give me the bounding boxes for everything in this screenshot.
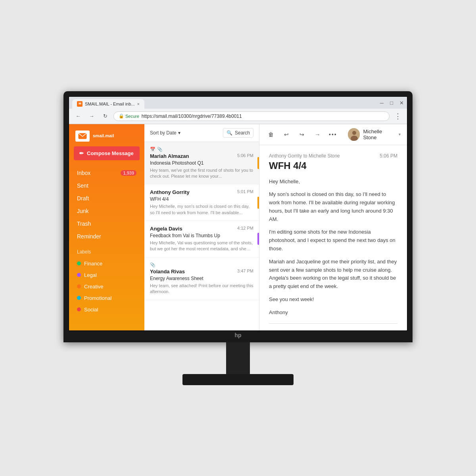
logo-area: smail.mail: [69, 124, 144, 146]
email-subject-1: WFH 4/4: [150, 196, 253, 202]
user-avatar: [348, 128, 360, 141]
nav-label-reminder: Reminder: [77, 233, 101, 240]
email-preview-3: Hey team, see attached! Print before our…: [150, 283, 253, 295]
reply-body: Hey Anthony, Family first! Make sure you…: [283, 330, 397, 330]
email-item-0[interactable]: 📅 📎 Mariah Almazan 5:06 PM Indonesia Pho…: [144, 142, 259, 185]
email-item-1[interactable]: Anthony Gorrity 5:01 PM WFH 4/4 Hey Mich…: [144, 184, 259, 221]
finance-label: Finance: [84, 261, 102, 267]
reply-area: A 📎 Hey Anthony, Family first! Make sure…: [269, 330, 397, 330]
nav-items: Inbox 1,939 Sent Draft Junk: [69, 167, 144, 243]
search-button[interactable]: 🔍 Search: [223, 128, 253, 138]
compose-button[interactable]: ✏ Compose Message: [74, 146, 140, 160]
forward-button[interactable]: →: [312, 129, 323, 140]
email-header-2: Angela Davis 4:12 PM: [150, 226, 253, 232]
tab-favicon: ✉: [77, 101, 83, 107]
secure-badge: 🔒 Secure: [119, 113, 139, 119]
nav-item-draft[interactable]: Draft: [74, 192, 140, 205]
nav-item-inbox[interactable]: Inbox 1,939: [74, 167, 140, 179]
label-finance[interactable]: Finance: [74, 258, 140, 269]
nav-label-draft: Draft: [77, 195, 89, 202]
body-p4: See you next week!: [269, 296, 397, 304]
sidebar: smail.mail ✏ Compose Message Inbox 1,939: [69, 124, 144, 330]
logo-icon: [75, 131, 90, 142]
sort-button[interactable]: Sort by Date ▾: [150, 130, 180, 136]
email-subject-0: Indonesia Photoshoot Q1: [150, 160, 253, 166]
labels-section: Labels Finance Legal Creative: [69, 243, 144, 315]
browser-tabs: ✉ SMAIL.MAIL - Email inb... × ─ □ ✕: [69, 97, 407, 109]
tab-title: SMAIL.MAIL - Email inb...: [85, 102, 135, 106]
forward-button[interactable]: →: [86, 111, 97, 121]
email-subject-3: Energy Awareness Sheet: [150, 276, 253, 281]
email-item-2[interactable]: Angela Davis 4:12 PM Feedback from Val i…: [144, 221, 259, 257]
body-p1: My son's school is closed on this day, s…: [269, 190, 397, 223]
browser-controls: ← → ↻ 🔒 Secure https://smail.mail/10300/…: [69, 109, 407, 124]
nav-item-junk[interactable]: Junk: [74, 205, 140, 217]
attachment-icon-2: 📎: [150, 262, 155, 267]
refresh-button[interactable]: ↻: [100, 111, 110, 121]
label-creative[interactable]: Creative: [74, 281, 140, 292]
email-time-2: 4:12 PM: [237, 226, 253, 230]
url-display: https://smail.mail/10300/nrgdrive/77389.…: [142, 113, 242, 119]
promotional-dot: [77, 296, 81, 300]
email-time-0: 5:06 PM: [237, 153, 253, 158]
reply-icons: A 📎: [269, 330, 278, 330]
nav-item-reminder[interactable]: Reminder: [74, 230, 140, 243]
close-window-button[interactable]: ✕: [399, 100, 404, 106]
email-time-3: 3:47 PM: [237, 269, 253, 273]
body-p0: Hey Michelle,: [269, 178, 397, 186]
maximize-button[interactable]: □: [390, 100, 393, 106]
social-dot: [77, 307, 81, 311]
label-promotional[interactable]: Promotional: [74, 292, 140, 304]
sort-chevron-icon: ▾: [178, 130, 180, 136]
email-list-panel: Sort by Date ▾ 🔍 Search 📅 📎: [144, 124, 259, 330]
nav-item-trash[interactable]: Trash: [74, 217, 140, 230]
user-name: Michelle Stone: [363, 129, 395, 140]
email-preview-2: Hey Michelle, Val was questioning some o…: [150, 240, 253, 252]
address-bar[interactable]: 🔒 Secure https://smail.mail/10300/nrgdri…: [113, 111, 390, 121]
email-list-header: Sort by Date ▾ 🔍 Search: [144, 124, 259, 142]
undo-button[interactable]: ↩: [281, 129, 292, 140]
monitor-stand-neck: [226, 342, 250, 374]
screen: ✉ SMAIL.MAIL - Email inb... × ─ □ ✕ ← → …: [68, 96, 408, 331]
browser-menu-button[interactable]: ⋮: [393, 112, 403, 121]
email-from: Anthony Gorrity to Michelle Stone: [269, 153, 340, 159]
email-meta: Anthony Gorrity to Michelle Stone 5:06 P…: [269, 153, 397, 159]
email-detail: 🗑 ↩ ↪ → •••: [259, 124, 407, 330]
label-social[interactable]: Social: [74, 304, 140, 315]
monitor-wrapper: ✉ SMAIL.MAIL - Email inb... × ─ □ ✕ ← → …: [60, 91, 416, 385]
email-detail-time: 5:06 PM: [380, 153, 397, 159]
monitor-body: ✉ SMAIL.MAIL - Email inb... × ─ □ ✕ ← → …: [63, 91, 413, 342]
email-accent-1: [257, 197, 259, 209]
email-accent-2: [257, 233, 259, 245]
legal-label: Legal: [84, 272, 97, 278]
email-header-3: Yolanda Rivas 3:47 PM: [150, 269, 253, 274]
delete-button[interactable]: 🗑: [266, 129, 276, 140]
more-button[interactable]: •••: [328, 129, 338, 140]
browser-tab[interactable]: ✉ SMAIL.MAIL - Email inb... ×: [72, 99, 144, 109]
text-format-icon[interactable]: A: [269, 330, 278, 330]
user-area[interactable]: Michelle Stone ▾: [348, 128, 401, 141]
tab-close-button[interactable]: ×: [137, 102, 140, 106]
undo2-button[interactable]: ↪: [297, 129, 307, 140]
creative-dot: [77, 284, 81, 288]
email-body: Hey Michelle, My son's school is closed …: [269, 178, 397, 317]
email-header-1: Anthony Gorrity 5:01 PM: [150, 189, 253, 195]
sort-label: Sort by Date: [150, 130, 177, 136]
labels-title: Labels: [74, 248, 140, 256]
email-time-1: 5:01 PM: [237, 189, 253, 194]
email-item-3[interactable]: 📎 Yolanda Rivas 3:47 PM Energy Awareness…: [144, 257, 259, 300]
calendar-icon: 📅: [150, 147, 155, 152]
email-title: WFH 4/4: [269, 160, 397, 171]
monitor-stand-base: [182, 374, 294, 385]
nav-label-trash: Trash: [77, 221, 91, 227]
label-legal[interactable]: Legal: [74, 269, 140, 281]
attachment-icon: 📎: [157, 147, 163, 152]
body-p2: I'm editing some shots for the new Indon…: [269, 228, 397, 253]
minimize-button[interactable]: ─: [380, 100, 384, 106]
creative-label: Creative: [84, 284, 103, 290]
detail-content: Anthony Gorrity to Michelle Stone 5:06 P…: [259, 145, 407, 330]
email-preview-1: Hey Michelle, my son's school is closed …: [150, 203, 253, 216]
back-button[interactable]: ←: [73, 111, 83, 121]
nav-item-sent[interactable]: Sent: [74, 179, 140, 192]
app: smail.mail ✏ Compose Message Inbox 1,939: [69, 124, 407, 330]
